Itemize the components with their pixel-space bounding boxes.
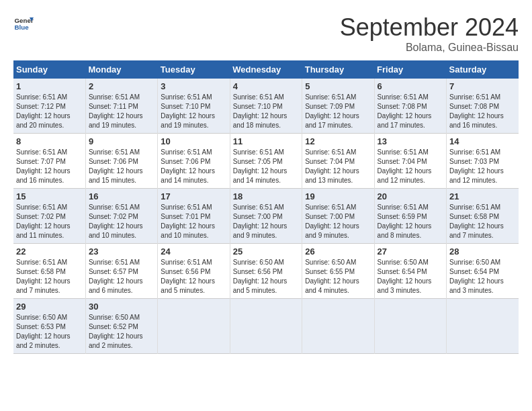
day-info: Sunrise: 6:51 AMSunset: 7:06 PMDaylight:… — [161, 148, 226, 185]
calendar-cell: 3Sunrise: 6:51 AMSunset: 7:10 PMDaylight… — [158, 79, 230, 134]
calendar-header-row: Sunday Monday Tuesday Wednesday Thursday… — [13, 60, 519, 79]
calendar-cell: 13Sunrise: 6:51 AMSunset: 7:04 PMDayligh… — [374, 134, 446, 189]
day-number: 16 — [89, 191, 154, 201]
empty-cell — [302, 299, 374, 354]
day-number: 6 — [378, 81, 443, 91]
day-number: 15 — [16, 191, 83, 201]
day-number: 26 — [305, 246, 371, 257]
day-info: Sunrise: 6:51 AMSunset: 7:09 PMDaylight:… — [305, 93, 371, 130]
day-info: Sunrise: 6:51 AMSunset: 7:02 PMDaylight:… — [89, 203, 154, 240]
calendar-cell: 18Sunrise: 6:51 AMSunset: 7:00 PMDayligh… — [230, 189, 302, 244]
col-friday: Friday — [374, 60, 446, 79]
day-info: Sunrise: 6:51 AMSunset: 6:59 PMDaylight:… — [378, 203, 443, 240]
logo-icon: General Blue — [13, 13, 34, 34]
empty-cell — [374, 299, 446, 354]
day-number: 9 — [89, 136, 154, 146]
location: Bolama, Guinea-Bissau — [340, 42, 519, 54]
day-number: 21 — [449, 191, 516, 201]
table-row: 8Sunrise: 6:51 AMSunset: 7:07 PMDaylight… — [13, 134, 519, 189]
day-info: Sunrise: 6:51 AMSunset: 7:08 PMDaylight:… — [378, 93, 443, 130]
calendar-cell: 19Sunrise: 6:51 AMSunset: 7:00 PMDayligh… — [302, 189, 374, 244]
col-tuesday: Tuesday — [158, 60, 230, 79]
calendar-cell: 22Sunrise: 6:51 AMSunset: 6:58 PMDayligh… — [13, 244, 85, 299]
calendar-cell: 4Sunrise: 6:51 AMSunset: 7:10 PMDaylight… — [230, 79, 302, 134]
day-number: 20 — [378, 191, 443, 201]
day-info: Sunrise: 6:51 AMSunset: 6:57 PMDaylight:… — [89, 258, 154, 295]
day-number: 7 — [449, 81, 516, 91]
day-info: Sunrise: 6:51 AMSunset: 7:04 PMDaylight:… — [305, 148, 371, 185]
day-info: Sunrise: 6:50 AMSunset: 6:54 PMDaylight:… — [449, 258, 516, 295]
day-number: 8 — [16, 136, 83, 146]
empty-cell — [230, 299, 302, 354]
empty-cell — [447, 299, 519, 354]
col-monday: Monday — [85, 60, 157, 79]
day-number: 23 — [89, 246, 154, 257]
day-number: 13 — [378, 136, 443, 146]
day-number: 5 — [305, 81, 371, 91]
table-row: 22Sunrise: 6:51 AMSunset: 6:58 PMDayligh… — [13, 244, 519, 299]
calendar-cell: 2Sunrise: 6:51 AMSunset: 7:11 PMDaylight… — [85, 79, 157, 134]
calendar-cell: 25Sunrise: 6:50 AMSunset: 6:56 PMDayligh… — [230, 244, 302, 299]
calendar-cell: 29Sunrise: 6:50 AMSunset: 6:53 PMDayligh… — [13, 299, 85, 354]
day-number: 30 — [89, 302, 154, 312]
day-number: 25 — [233, 246, 299, 257]
day-number: 3 — [161, 81, 226, 91]
day-info: Sunrise: 6:50 AMSunset: 6:52 PMDaylight:… — [89, 313, 154, 351]
svg-text:Blue: Blue — [15, 24, 30, 31]
day-number: 14 — [449, 136, 516, 146]
calendar-cell: 16Sunrise: 6:51 AMSunset: 7:02 PMDayligh… — [85, 189, 157, 244]
calendar-table: Sunday Monday Tuesday Wednesday Thursday… — [13, 60, 519, 354]
calendar-cell: 8Sunrise: 6:51 AMSunset: 7:07 PMDaylight… — [13, 134, 85, 189]
empty-cell — [158, 299, 230, 354]
day-number: 2 — [89, 81, 154, 91]
day-info: Sunrise: 6:51 AMSunset: 7:02 PMDaylight:… — [16, 203, 83, 240]
day-info: Sunrise: 6:51 AMSunset: 7:10 PMDaylight:… — [233, 93, 299, 130]
day-info: Sunrise: 6:51 AMSunset: 6:58 PMDaylight:… — [449, 203, 516, 240]
calendar-cell: 14Sunrise: 6:51 AMSunset: 7:03 PMDayligh… — [447, 134, 519, 189]
day-number: 11 — [233, 136, 299, 146]
day-info: Sunrise: 6:51 AMSunset: 7:08 PMDaylight:… — [449, 93, 516, 130]
calendar-cell: 23Sunrise: 6:51 AMSunset: 6:57 PMDayligh… — [85, 244, 157, 299]
day-number: 4 — [233, 81, 299, 91]
col-saturday: Saturday — [447, 60, 519, 79]
calendar-cell: 24Sunrise: 6:51 AMSunset: 6:56 PMDayligh… — [158, 244, 230, 299]
table-row: 1Sunrise: 6:51 AMSunset: 7:12 PMDaylight… — [13, 79, 519, 134]
day-info: Sunrise: 6:51 AMSunset: 7:00 PMDaylight:… — [233, 203, 299, 240]
calendar-cell: 15Sunrise: 6:51 AMSunset: 7:02 PMDayligh… — [13, 189, 85, 244]
table-row: 29Sunrise: 6:50 AMSunset: 6:53 PMDayligh… — [13, 299, 519, 354]
day-info: Sunrise: 6:50 AMSunset: 6:54 PMDaylight:… — [378, 258, 443, 295]
day-info: Sunrise: 6:51 AMSunset: 7:04 PMDaylight:… — [378, 148, 443, 185]
day-info: Sunrise: 6:51 AMSunset: 7:07 PMDaylight:… — [16, 148, 83, 185]
calendar-cell: 27Sunrise: 6:50 AMSunset: 6:54 PMDayligh… — [374, 244, 446, 299]
calendar-cell: 20Sunrise: 6:51 AMSunset: 6:59 PMDayligh… — [374, 189, 446, 244]
day-number: 12 — [305, 136, 371, 146]
day-info: Sunrise: 6:51 AMSunset: 7:10 PMDaylight:… — [161, 93, 226, 130]
day-number: 28 — [449, 246, 516, 257]
day-number: 27 — [378, 246, 443, 257]
col-wednesday: Wednesday — [230, 60, 302, 79]
day-info: Sunrise: 6:51 AMSunset: 7:05 PMDaylight:… — [233, 148, 299, 185]
day-info: Sunrise: 6:51 AMSunset: 7:01 PMDaylight:… — [161, 203, 226, 240]
day-info: Sunrise: 6:50 AMSunset: 6:56 PMDaylight:… — [233, 258, 299, 295]
calendar-cell: 9Sunrise: 6:51 AMSunset: 7:06 PMDaylight… — [85, 134, 157, 189]
day-info: Sunrise: 6:51 AMSunset: 7:06 PMDaylight:… — [89, 148, 154, 185]
day-number: 17 — [161, 191, 226, 201]
day-info: Sunrise: 6:50 AMSunset: 6:55 PMDaylight:… — [305, 258, 371, 295]
col-sunday: Sunday — [13, 60, 85, 79]
table-row: 15Sunrise: 6:51 AMSunset: 7:02 PMDayligh… — [13, 189, 519, 244]
calendar-cell: 30Sunrise: 6:50 AMSunset: 6:52 PMDayligh… — [85, 299, 157, 354]
day-number: 18 — [233, 191, 299, 201]
title-block: September 2024 Bolama, Guinea-Bissau — [340, 13, 519, 54]
day-number: 22 — [16, 246, 83, 257]
calendar-cell: 1Sunrise: 6:51 AMSunset: 7:12 PMDaylight… — [13, 79, 85, 134]
calendar-cell: 7Sunrise: 6:51 AMSunset: 7:08 PMDaylight… — [447, 79, 519, 134]
day-number: 1 — [16, 81, 83, 91]
calendar-cell: 21Sunrise: 6:51 AMSunset: 6:58 PMDayligh… — [447, 189, 519, 244]
logo: General Blue — [13, 13, 34, 34]
calendar-cell: 5Sunrise: 6:51 AMSunset: 7:09 PMDaylight… — [302, 79, 374, 134]
month-title: September 2024 — [340, 13, 519, 42]
calendar-cell: 6Sunrise: 6:51 AMSunset: 7:08 PMDaylight… — [374, 79, 446, 134]
day-info: Sunrise: 6:50 AMSunset: 6:53 PMDaylight:… — [16, 313, 83, 351]
day-info: Sunrise: 6:51 AMSunset: 6:58 PMDaylight:… — [16, 258, 83, 295]
day-number: 10 — [161, 136, 226, 146]
